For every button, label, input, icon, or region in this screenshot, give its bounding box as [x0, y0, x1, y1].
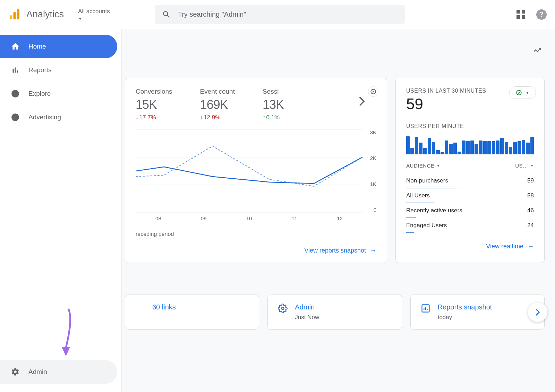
arrow-down-icon: ↓	[200, 114, 203, 121]
svg-rect-2	[17, 9, 19, 19]
metric-conversions[interactable]: Conversions 15K ↓ 17.7%	[136, 88, 172, 121]
bar-chart-icon	[10, 65, 20, 75]
target-icon	[10, 112, 20, 122]
divider	[71, 8, 71, 22]
y-tick: 2K	[370, 155, 376, 161]
sidebar-item-reports[interactable]: Reports	[0, 58, 117, 82]
audience-row[interactable]: Recently active users46	[406, 203, 534, 218]
sidebar-item-advertising[interactable]: Advertising	[0, 105, 117, 129]
audience-row[interactable]: Non-purchasers59	[406, 173, 534, 188]
arrow-right-icon: →	[370, 247, 376, 254]
metric-label: Sessi	[263, 88, 284, 95]
recent-title: Admin	[295, 303, 319, 311]
recent-title: 60 links	[152, 303, 176, 311]
recent-title: Reports snapshot	[438, 303, 492, 311]
x-tick: 08	[155, 215, 161, 221]
account-selector[interactable]: All accounts ▼	[78, 8, 110, 21]
logo-area: Analytics	[8, 8, 64, 21]
sidebar-item-label: Admin	[28, 368, 47, 376]
header: Analytics All accounts ▼ Try searching "…	[0, 0, 555, 29]
users-column-header[interactable]: US… ▼	[515, 163, 534, 169]
metric-delta: ↓ 12.9%	[200, 114, 235, 121]
chevron-down-icon: ▼	[437, 164, 440, 168]
metrics-card: Conversions 15K ↓ 17.7% Event count 169K…	[125, 78, 387, 263]
audience-column-header[interactable]: AUDIENCE ▼	[406, 163, 440, 169]
audience-list: Non-purchasers59All Users58Recently acti…	[406, 173, 534, 233]
recent-card-links[interactable]: 60 links	[125, 295, 259, 330]
legend-preceding: receding period	[136, 231, 376, 237]
audience-row[interactable]: Engaged Users24	[406, 218, 534, 233]
svg-point-9	[282, 307, 284, 310]
metric-label: Conversions	[136, 88, 172, 95]
sidebar-item-explore[interactable]: Explore	[0, 82, 117, 105]
account-label: All accounts	[78, 8, 110, 15]
x-tick: 10	[246, 215, 252, 221]
metric-value: 169K	[200, 97, 235, 112]
x-tick: 11	[291, 215, 297, 221]
section-title: d	[114, 277, 545, 288]
recent-section: d 60 links Admin Just Now	[121, 263, 555, 330]
analytics-logo-icon	[8, 8, 21, 21]
sidebar-item-home[interactable]: Home	[0, 35, 117, 58]
y-tick: 1K	[370, 181, 376, 187]
realtime-card: ▼ USERS IN LAST 30 MINUTES 59 USERS PER …	[395, 78, 545, 263]
y-tick: 0	[374, 207, 376, 213]
search-icon	[162, 10, 171, 19]
recent-card-reports[interactable]: Reports snapshot today	[410, 295, 545, 330]
sidebar-item-label: Home	[28, 43, 46, 50]
metric-sessions[interactable]: Sessi 13K ↑ 0.1%	[263, 88, 284, 121]
metric-event-count[interactable]: Event count 169K ↓ 12.9%	[200, 88, 235, 121]
help-icon[interactable]: ?	[536, 9, 547, 20]
realtime-status-button[interactable]: ▼	[509, 86, 536, 99]
realtime-subtitle: USERS PER MINUTE	[406, 123, 534, 129]
sidebar-item-label: Reports	[28, 66, 52, 74]
line-chart: 3K 2K 1K 0	[136, 129, 376, 213]
svg-rect-0	[10, 15, 12, 19]
home-icon	[10, 42, 20, 51]
link-icon	[135, 303, 145, 314]
audience-row[interactable]: All Users58	[406, 188, 534, 203]
gear-icon	[278, 303, 288, 314]
logo-text: Analytics	[26, 9, 64, 20]
metric-delta: ↓ 17.7%	[136, 114, 172, 121]
header-actions: ?	[516, 9, 547, 20]
x-tick: 09	[201, 215, 207, 221]
metric-delta: ↑ 0.1%	[263, 114, 284, 121]
chevron-down-icon: ▼	[530, 164, 534, 168]
arrow-down-icon: ↓	[136, 114, 139, 121]
sidebar-item-admin[interactable]: Admin	[0, 360, 117, 384]
metric-value: 13K	[263, 97, 284, 112]
gear-icon	[10, 367, 20, 377]
view-reports-link[interactable]: View reports snapshot →	[136, 247, 376, 254]
search-placeholder: Try searching "Admin"	[178, 10, 246, 18]
y-tick: 3K	[370, 129, 376, 135]
arrow-right-icon: →	[528, 243, 534, 250]
x-tick: 12	[337, 215, 343, 221]
arrow-up-icon: ↑	[263, 114, 266, 121]
spark-chart	[406, 134, 534, 154]
sidebar: Home Reports Explore Advertising Admin	[0, 29, 121, 392]
explore-icon	[10, 89, 20, 99]
recent-card-admin[interactable]: Admin Just Now	[267, 295, 402, 330]
metric-value: 15K	[136, 97, 172, 112]
sidebar-item-label: Advertising	[28, 113, 61, 121]
recent-sub: Just Now	[295, 314, 319, 321]
bar-chart-icon	[420, 303, 431, 314]
recent-sub: today	[438, 314, 492, 321]
chevron-down-icon: ▼	[78, 16, 82, 21]
metric-label: Event count	[200, 88, 235, 95]
insights-icon[interactable]	[533, 46, 543, 57]
sidebar-item-label: Explore	[28, 90, 51, 97]
next-metric-button[interactable]	[358, 96, 365, 109]
chevron-down-icon: ▼	[526, 91, 529, 95]
svg-rect-1	[14, 12, 16, 19]
view-realtime-link[interactable]: View realtime →	[406, 243, 534, 250]
search-input[interactable]: Try searching "Admin"	[155, 5, 405, 24]
next-recent-button[interactable]	[528, 302, 547, 322]
apps-icon[interactable]	[516, 10, 525, 19]
